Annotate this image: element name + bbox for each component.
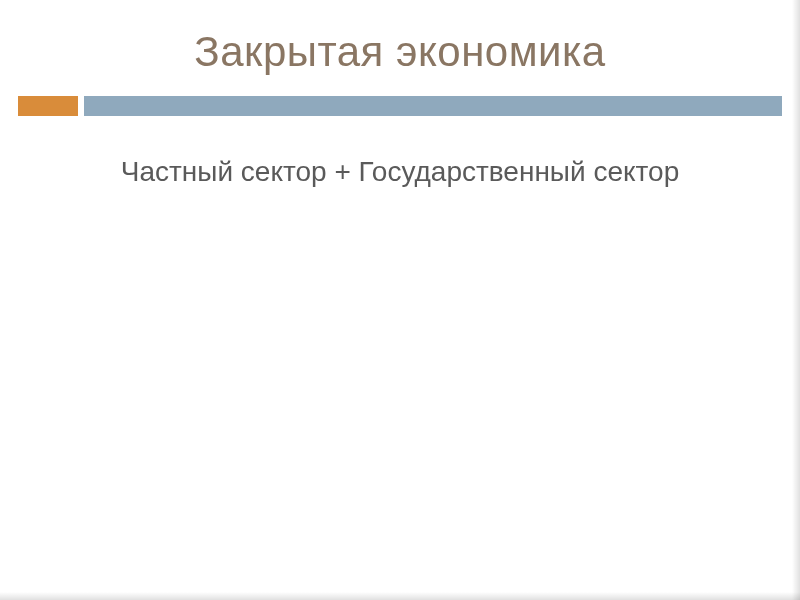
shadow-bottom bbox=[0, 592, 800, 600]
content-text: Частный сектор + Государственный сектор bbox=[80, 154, 720, 189]
divider-row bbox=[0, 96, 800, 116]
accent-block bbox=[18, 96, 78, 116]
title-area: Закрытая экономика bbox=[0, 0, 800, 76]
divider-bar bbox=[84, 96, 782, 116]
slide-container: Закрытая экономика Частный сектор + Госу… bbox=[0, 0, 800, 600]
content-area: Частный сектор + Государственный сектор bbox=[0, 116, 800, 189]
slide-title: Закрытая экономика bbox=[0, 28, 800, 76]
shadow-right bbox=[792, 0, 800, 600]
